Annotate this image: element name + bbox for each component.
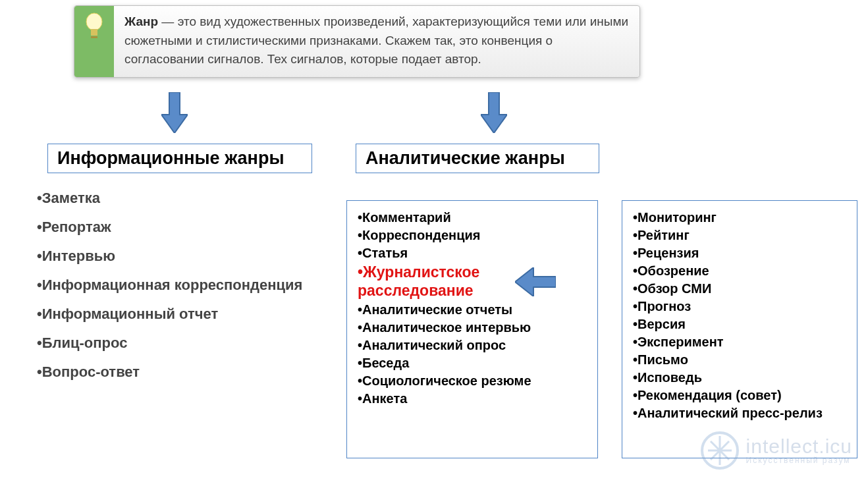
list-item: •Аналитический опрос [358,337,587,354]
svg-rect-1 [91,29,97,36]
arrow-down-icon [481,92,507,133]
list-item: •Блиц-опрос [37,335,320,352]
arrow-down-icon [161,92,188,133]
list-item: •Прогноз [633,298,846,315]
list-item: •Комментарий [358,209,587,227]
arrow-left-icon [515,267,556,296]
definition-dash: — [158,14,178,28]
list-item: •Информационный отчет [37,306,320,323]
definition-term: Жанр [124,14,158,28]
analytical-genres-title-box: Аналитические жанры [356,144,599,173]
list-item: •Мониторинг [633,209,846,227]
svg-rect-2 [91,36,97,38]
list-item: •Рейтинг [633,227,846,244]
list-item: •Письмо [633,351,846,369]
list-item: •Обзор СМИ [633,280,846,298]
list-item: •Статья [358,244,587,262]
list-item: •Анкета [358,390,587,408]
list-item: •Информационная корреспонденция [37,277,320,294]
analytical-genres-title: Аналитические жанры [366,148,565,168]
list-item: •Эксперимент [633,333,846,351]
list-item: •Версия [633,315,846,333]
list-item: •Рекомендация (совет) [633,387,846,404]
list-item: •Рецензия [633,244,846,262]
list-item: •Аналитические отчеты [358,301,587,319]
lightbulb-icon [74,6,114,77]
svg-point-0 [86,13,102,30]
list-item: •Обозрение [633,262,846,280]
info-genres-title: Информационные жанры [57,148,284,168]
list-item: •Аналитический пресс-релиз [633,404,846,422]
list-item: •Беседа [358,354,587,372]
analytical-column-1: •Комментарий •Корреспонденция •Статья •Ж… [346,200,598,458]
definition-callout: Жанр — это вид художественных произведен… [74,5,640,78]
definition-text: Жанр — это вид художественных произведен… [114,6,639,77]
list-item: •Заметка [37,190,320,207]
analytical-column-2: •Мониторинг •Рейтинг •Рецензия •Обозрени… [622,200,857,458]
list-item: •Корреспонденция [358,227,587,244]
list-item: •Репортаж [37,219,320,236]
list-item: •Социологическое резюме [358,372,587,390]
list-item: •Интервью [37,248,320,265]
definition-body: это вид художественных произведений, хар… [124,14,628,66]
info-genres-title-box: Информационные жанры [47,144,312,173]
list-item: •Вопрос-ответ [37,364,320,381]
info-genres-list: •Заметка •Репортаж •Интервью •Информацио… [37,190,320,393]
list-item: •Аналитическое интервью [358,319,587,337]
list-item: •Исповедь [633,369,846,387]
